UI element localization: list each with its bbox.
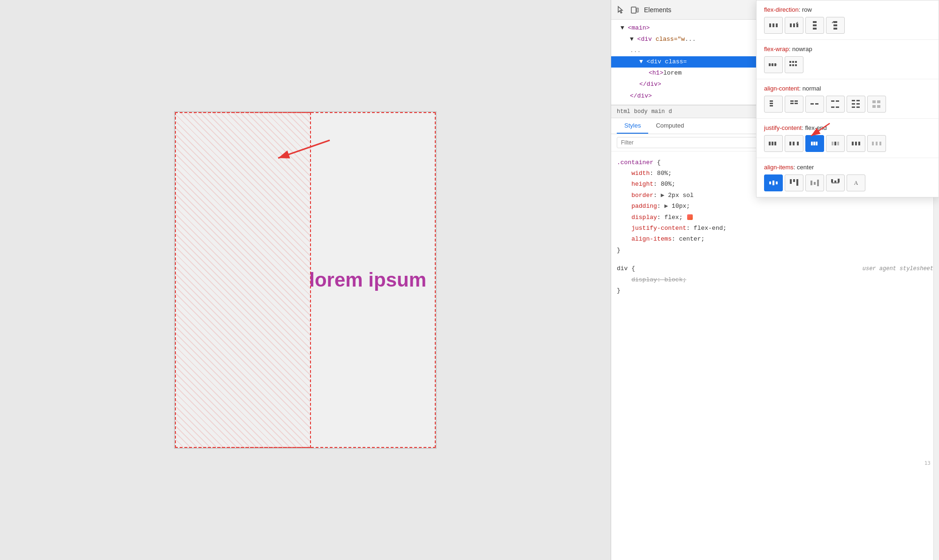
svg-rect-47 bbox=[872, 105, 876, 108]
svg-rect-72 bbox=[790, 179, 792, 184]
ai-btn-4[interactable] bbox=[826, 174, 845, 191]
svg-rect-62 bbox=[855, 142, 857, 145]
align-items-label: align-items: center bbox=[764, 164, 931, 171]
device-icon[interactable] bbox=[630, 5, 639, 15]
breadcrumb-html[interactable]: html bbox=[617, 108, 630, 115]
svg-rect-73 bbox=[793, 179, 795, 182]
align-content-label: align-content: normal bbox=[764, 85, 931, 92]
svg-rect-37 bbox=[831, 106, 834, 108]
flex-dir-row-rev-btn[interactable] bbox=[785, 17, 803, 34]
align-content-section: align-content: normal bbox=[757, 79, 939, 119]
svg-text:A: A bbox=[854, 180, 858, 186]
flex-direction-section: flex-direction: row bbox=[757, 0, 939, 40]
jc-btn-1[interactable] bbox=[764, 135, 783, 152]
svg-rect-64 bbox=[872, 142, 874, 145]
svg-rect-53 bbox=[793, 142, 795, 145]
flex-wrap-label: flex-wrap: nowrap bbox=[764, 45, 931, 53]
ac-btn-1[interactable] bbox=[764, 96, 783, 113]
svg-rect-21 bbox=[792, 61, 794, 63]
svg-rect-63 bbox=[858, 142, 860, 145]
svg-rect-29 bbox=[790, 100, 794, 102]
svg-rect-69 bbox=[769, 182, 771, 184]
svg-rect-79 bbox=[831, 179, 833, 182]
div-rule-header: div { user agent stylesheet bbox=[617, 263, 933, 274]
svg-rect-44 bbox=[856, 106, 860, 108]
svg-rect-43 bbox=[852, 106, 855, 108]
svg-rect-60 bbox=[837, 142, 839, 145]
close-brace-container: } bbox=[617, 245, 933, 256]
jc-btn-3[interactable] bbox=[805, 135, 824, 152]
breadcrumb-body[interactable]: body bbox=[634, 108, 648, 115]
ac-btn-4[interactable] bbox=[826, 96, 845, 113]
flex-dir-col-rev-btn[interactable] bbox=[826, 17, 845, 34]
svg-rect-30 bbox=[790, 103, 794, 104]
svg-rect-22 bbox=[795, 61, 797, 63]
svg-rect-58 bbox=[834, 142, 836, 145]
lorem-text: lorem ipsum bbox=[309, 269, 436, 291]
flex-wrap-wrap-btn[interactable] bbox=[785, 56, 803, 73]
svg-rect-40 bbox=[856, 100, 860, 101]
svg-rect-33 bbox=[810, 103, 814, 105]
flex-wrap-nowrap-btn[interactable] bbox=[764, 56, 783, 73]
justify-content-section: justify-content: flex-end bbox=[757, 119, 939, 158]
prop-align[interactable]: align-items: center; bbox=[617, 234, 933, 244]
jc-btn-6[interactable] bbox=[867, 135, 886, 152]
svg-rect-36 bbox=[836, 100, 839, 102]
ai-btn-5[interactable]: A bbox=[847, 174, 865, 191]
svg-rect-20 bbox=[789, 61, 791, 63]
flex-direction-label: flex-direction: row bbox=[764, 6, 931, 13]
arrow-annotation bbox=[269, 136, 339, 168]
flex-wrap-section: flex-wrap: nowrap bbox=[757, 40, 939, 79]
jc-btn-4[interactable] bbox=[826, 135, 845, 152]
cursor-icon[interactable] bbox=[616, 5, 625, 15]
svg-rect-57 bbox=[811, 142, 813, 145]
svg-rect-6 bbox=[776, 23, 778, 27]
css-rules: .container { width: 80%; height: 80%; bo… bbox=[611, 151, 939, 560]
svg-rect-11 bbox=[813, 24, 817, 26]
svg-rect-77 bbox=[817, 180, 819, 186]
align-items-buttons: A bbox=[764, 174, 931, 191]
flex-icon-badge[interactable] bbox=[687, 214, 693, 220]
ac-btn-3[interactable] bbox=[805, 96, 824, 113]
svg-rect-12 bbox=[813, 28, 817, 30]
flex-dir-row-btn[interactable] bbox=[764, 17, 783, 34]
elements-tab[interactable]: Elements bbox=[644, 6, 671, 14]
svg-rect-46 bbox=[877, 100, 880, 103]
breadcrumb-d[interactable]: d bbox=[668, 108, 672, 115]
svg-rect-31 bbox=[795, 100, 798, 102]
ai-btn-3[interactable] bbox=[805, 174, 824, 191]
preview-panel: lorem ipsum bbox=[0, 0, 611, 560]
ac-btn-5[interactable] bbox=[847, 96, 865, 113]
svg-rect-52 bbox=[789, 142, 791, 145]
prop-padding[interactable]: padding: ▶ 10px; bbox=[617, 201, 933, 212]
prop-display-ua[interactable]: display: block; bbox=[617, 274, 933, 285]
align-items-section: align-items: center bbox=[757, 158, 939, 197]
ai-btn-2[interactable] bbox=[785, 174, 803, 191]
svg-rect-5 bbox=[772, 23, 774, 27]
flex-dir-col-btn[interactable] bbox=[805, 17, 824, 34]
tab-styles[interactable]: Styles bbox=[617, 118, 648, 134]
flex-inspector: flex-direction: row bbox=[756, 0, 939, 197]
svg-rect-76 bbox=[814, 182, 816, 185]
svg-rect-50 bbox=[772, 142, 773, 145]
jc-btn-5[interactable] bbox=[847, 135, 865, 152]
svg-rect-14 bbox=[833, 24, 837, 26]
ac-btn-2[interactable] bbox=[785, 96, 803, 113]
ac-btn-6[interactable] bbox=[867, 96, 886, 113]
svg-rect-8 bbox=[793, 23, 795, 27]
prop-display[interactable]: display: flex; bbox=[617, 212, 933, 223]
svg-rect-34 bbox=[815, 103, 818, 105]
svg-rect-26 bbox=[770, 100, 773, 102]
svg-rect-7 bbox=[790, 23, 792, 27]
breadcrumb-main[interactable]: main bbox=[651, 108, 665, 115]
flex-direction-buttons bbox=[764, 17, 931, 34]
ua-label: user agent stylesheet bbox=[863, 264, 933, 274]
prop-justify[interactable]: justify-content: flex-end; bbox=[617, 223, 933, 234]
flex-wrap-buttons bbox=[764, 56, 931, 73]
svg-rect-51 bbox=[774, 142, 776, 145]
svg-rect-2 bbox=[631, 7, 636, 13]
jc-btn-2[interactable] bbox=[785, 135, 803, 152]
svg-rect-41 bbox=[852, 103, 855, 105]
ai-btn-1[interactable] bbox=[764, 174, 783, 191]
tab-computed[interactable]: Computed bbox=[648, 118, 691, 134]
